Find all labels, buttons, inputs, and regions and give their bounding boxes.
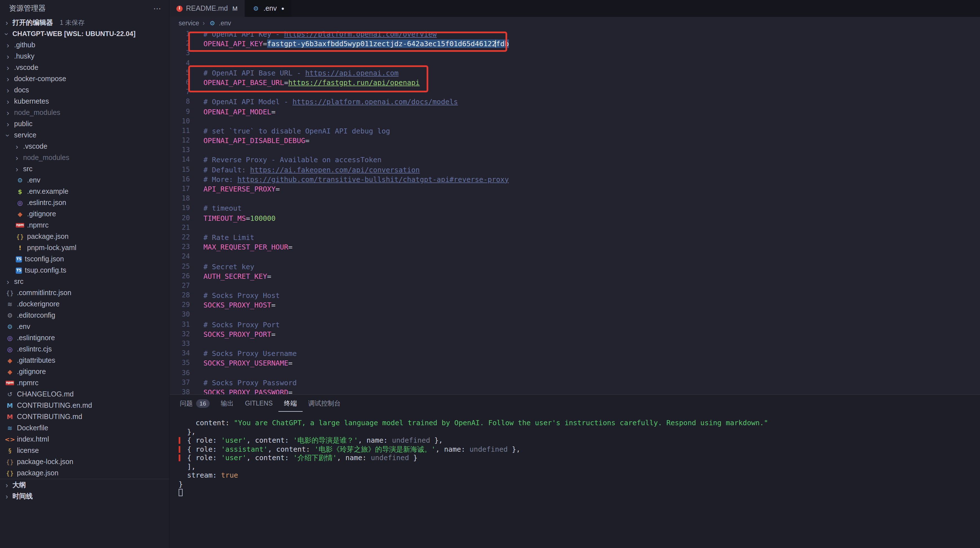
project-root-label: CHATGPT-WEB [WSL: UBUNTU-22.04] (13, 30, 135, 38)
tree-file-package.json[interactable]: {}package.json (0, 231, 169, 242)
editor-line[interactable]: 10 (170, 116, 980, 126)
panel-tab-输出[interactable]: 输出 (215, 395, 239, 412)
editor-line[interactable]: 21 (170, 223, 980, 233)
breadcrumb-item-.env[interactable]: ⚙.env (208, 20, 231, 27)
tree-folder-.vscode[interactable]: ›.vscode (0, 141, 169, 152)
tree-file-.gitattributes[interactable]: ◆.gitattributes (0, 355, 169, 366)
editor-line[interactable]: 33 (170, 339, 980, 349)
line-number: 4 (170, 58, 190, 68)
tree-folder-.husky[interactable]: ›.husky (0, 51, 169, 62)
tree-folder-service[interactable]: ›service (0, 130, 169, 141)
breadcrumb-item-service[interactable]: service (179, 20, 199, 27)
tree-file-.npmrc[interactable]: npm.npmrc (0, 377, 169, 389)
panel-tab-终端[interactable]: 终端 (278, 395, 302, 412)
editor-line[interactable]: 19# timeout (170, 203, 980, 213)
panel-tab-调试控制台[interactable]: 调试控制台 (302, 395, 346, 412)
tree-folder-.github[interactable]: ›.github (0, 40, 169, 51)
editor-line[interactable]: 31# Socks Proxy Port (170, 319, 980, 329)
editor-line[interactable]: 36 (170, 368, 980, 378)
tree-folder-docs[interactable]: ›docs (0, 84, 169, 96)
editor-line[interactable]: 13 (170, 146, 980, 155)
tree-file-.env[interactable]: ⚙.env (0, 321, 169, 332)
editor-line[interactable]: 3 (170, 49, 980, 58)
tree-file-CHANGELOG.md[interactable]: ↺CHANGELOG.md (0, 389, 169, 400)
editor-line[interactable]: 20TIMEOUT_MS=100000 (170, 213, 980, 223)
editor-line[interactable]: 6OPENAI_API_BASE_URL=https://fastgpt.run… (170, 78, 980, 87)
editor-line[interactable]: 25# Secret key (170, 262, 980, 271)
tab-.env[interactable]: ⚙.env● (245, 0, 292, 17)
panel-tab-GITLENS[interactable]: GITLENS (239, 395, 278, 412)
editor-line[interactable]: 24 (170, 252, 980, 262)
editor-line[interactable]: 11# set `true` to disable OpenAI API deb… (170, 126, 980, 136)
tree-file-.eslintignore[interactable]: ◎.eslintignore (0, 332, 169, 343)
editor-line[interactable]: 17API_REVERSE_PROXY= (170, 184, 980, 194)
tree-folder-docker-compose[interactable]: ›docker-compose (0, 73, 169, 84)
tree-file-.npmrc[interactable]: npm.npmrc (0, 220, 169, 231)
editor-line[interactable]: 5# OpenAI API Base URL - https://api.ope… (170, 68, 980, 78)
tree-folder-node_modules[interactable]: ›node_modules (0, 107, 169, 118)
editor-line[interactable]: 14# Reverse Proxy - Available on accessT… (170, 155, 980, 165)
editor-line[interactable]: 4 (170, 58, 980, 68)
tree-folder-kubernetes[interactable]: ›kubernetes (0, 96, 169, 107)
editor-line[interactable]: 37# Socks Proxy Password (170, 378, 980, 388)
editor-line[interactable]: 7 (170, 87, 980, 97)
tree-file-Dockerfile[interactable]: ≋Dockerfile (0, 423, 169, 434)
tree-folder-src[interactable]: ›src (0, 163, 169, 175)
editor-line[interactable]: 9OPENAI_API_MODEL= (170, 107, 980, 116)
editor[interactable]: 1# OpenAI API Key - https://platform.ope… (170, 29, 980, 394)
tree-file-.gitignore[interactable]: ◆.gitignore (0, 366, 169, 377)
editor-line[interactable]: 29SOCKS_PROXY_HOST= (170, 300, 980, 310)
tree-file-.env.example[interactable]: $.env.example (0, 186, 169, 197)
tree-file-package-lock.json[interactable]: {}package-lock.json (0, 456, 169, 467)
timeline-section[interactable]: › 时间线 (0, 491, 169, 502)
tree-file-index.html[interactable]: <>index.html (0, 434, 169, 445)
more-actions-button[interactable]: ⋯ (153, 4, 162, 13)
editor-line[interactable]: 12OPENAI_API_DISABLE_DEBUG= (170, 136, 980, 145)
project-root-header[interactable]: › CHATGPT-WEB [WSL: UBUNTU-22.04] (0, 28, 169, 40)
tree-file-.eslintrc.json[interactable]: ◎.eslintrc.json (0, 197, 169, 208)
tree-file-CONTRIBUTING.en.md[interactable]: MCONTRIBUTING.en.md (0, 400, 169, 411)
chevron-right-icon: › (3, 481, 10, 489)
outline-section[interactable]: › 大纲 (0, 479, 169, 491)
tree-file-.gitignore[interactable]: ◆.gitignore (0, 208, 169, 220)
open-editors-header[interactable]: › 打开的编辑器 1 未保存 (0, 17, 169, 28)
tree-file-.env[interactable]: ⚙.env (0, 175, 169, 186)
tree-file-pnpm-lock.yaml[interactable]: !pnpm-lock.yaml (0, 242, 169, 253)
editor-line[interactable]: 26AUTH_SECRET_KEY= (170, 271, 980, 281)
tree-file-.editorconfig[interactable]: ⚙.editorconfig (0, 310, 169, 321)
editor-line[interactable]: 2OPENAI_API_KEY=fastgpt-y6b3axfbdd5wyp01… (170, 39, 980, 48)
tree-file-license[interactable]: §license (0, 445, 169, 456)
panel-tab-问题[interactable]: 问题16 (174, 395, 215, 412)
tree-file-CONTRIBUTING.md[interactable]: MCONTRIBUTING.md (0, 411, 169, 423)
tree-folder-.vscode[interactable]: ›.vscode (0, 62, 169, 73)
editor-lines: 1# OpenAI API Key - https://platform.ope… (170, 29, 980, 394)
tree-item-label: Dockerfile (17, 424, 48, 432)
tree-file-tsconfig.json[interactable]: TStsconfig.json (0, 253, 169, 265)
editor-line[interactable]: 32SOCKS_PROXY_PORT= (170, 329, 980, 339)
tree-file-tsup.config.ts[interactable]: TStsup.config.ts (0, 265, 169, 276)
editor-line[interactable]: 35SOCKS_PROXY_USERNAME= (170, 359, 980, 368)
editor-line[interactable]: 22# Rate Limit (170, 233, 980, 242)
tree-file-.eslintrc.cjs[interactable]: ◎.eslintrc.cjs (0, 343, 169, 355)
tree-file-package.json[interactable]: {}package.json (0, 467, 169, 479)
editor-line[interactable]: 15# Default: https://ai.fakeopen.com/api… (170, 165, 980, 174)
tree-file-.dockerignore[interactable]: ≋.dockerignore (0, 299, 169, 310)
chevron-right-icon: › (14, 142, 20, 151)
editor-line[interactable]: 18 (170, 194, 980, 203)
editor-line[interactable]: 28# Socks Proxy Host (170, 291, 980, 300)
tree-folder-src[interactable]: ›src (0, 276, 169, 287)
line-number: 32 (170, 329, 190, 339)
tree-folder-node_modules[interactable]: ›node_modules (0, 152, 169, 163)
editor-line[interactable]: 23MAX_REQUEST_PER_HOUR= (170, 242, 980, 252)
terminal[interactable]: content: "You are ChatGPT, a large langu… (170, 412, 980, 548)
editor-line[interactable]: 34# Socks Proxy Username (170, 349, 980, 358)
editor-line[interactable]: 27 (170, 281, 980, 291)
editor-line[interactable]: 8# OpenAI API Model - https://platform.o… (170, 97, 980, 107)
tree-folder-public[interactable]: ›public (0, 118, 169, 130)
tree-file-.commitlintrc.json[interactable]: {}.commitlintrc.json (0, 287, 169, 299)
editor-line[interactable]: 1# OpenAI API Key - https://platform.ope… (170, 29, 980, 39)
editor-line[interactable]: 38SOCKS_PROXY_PASSWORD= (170, 388, 980, 394)
editor-line[interactable]: 16# More: https://github.com/transitive-… (170, 175, 980, 184)
editor-line[interactable]: 30 (170, 310, 980, 319)
tab-README.md[interactable]: iREADME.mdM (170, 0, 245, 17)
